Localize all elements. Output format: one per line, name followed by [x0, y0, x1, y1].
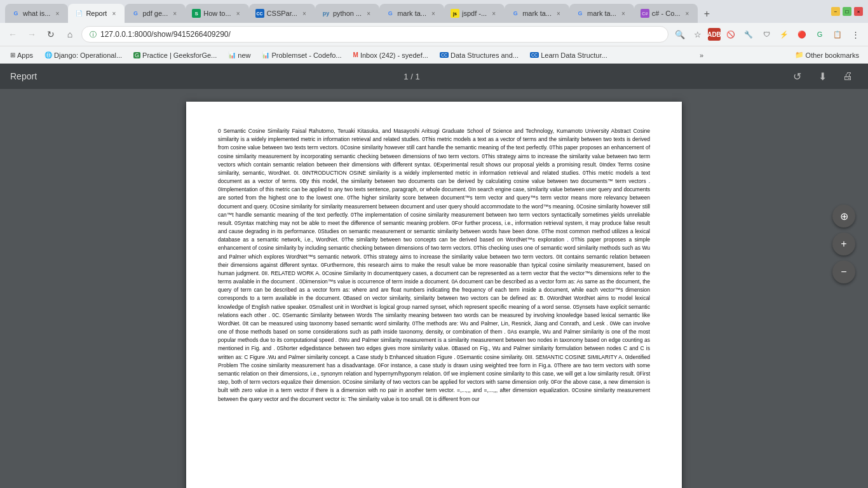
bookmark-new-label: new: [238, 51, 250, 59]
tab-1-title: what is...: [23, 10, 50, 17]
bookmark-star-icon[interactable]: ☆: [690, 27, 705, 42]
tab-1-favicon: G: [11, 9, 20, 18]
tab-1-close[interactable]: ×: [53, 9, 62, 18]
browser-titlebar: G what is... × 📄 Report × G pdf ge... × …: [0, 0, 868, 23]
ext-icon-7[interactable]: 📋: [830, 27, 845, 42]
tab-8-close[interactable]: ×: [489, 9, 498, 18]
tab-2[interactable]: 📄 Report ×: [68, 4, 125, 23]
tab-9-title: mark ta...: [522, 10, 552, 17]
tab-5[interactable]: CC CSSPar... ×: [249, 4, 315, 23]
tab-6-close[interactable]: ×: [364, 9, 373, 18]
bookmark-django[interactable]: 🌐 Django: Operational...: [39, 50, 127, 61]
tab-4-title: How to...: [203, 10, 231, 17]
maximize-button[interactable]: □: [843, 7, 851, 16]
bookmark-apps[interactable]: ⊞ Apps: [5, 50, 38, 61]
back-button[interactable]: ←: [5, 27, 20, 42]
tab-6-favicon: py: [322, 9, 330, 18]
pdf-refresh-button[interactable]: ↺: [787, 66, 807, 86]
tab-3-favicon: G: [131, 9, 140, 18]
bookmark-geeks[interactable]: G Practice | GeeksforGe...: [128, 50, 222, 61]
refresh-button[interactable]: ↻: [43, 27, 58, 42]
tab-7-title: mark ta...: [397, 10, 426, 17]
menu-button[interactable]: ⋮: [848, 27, 863, 42]
bookmark-gmail-label: Inbox (242) - syedef...: [360, 51, 428, 59]
ext-icon-2[interactable]: 🔧: [741, 27, 756, 42]
forward-button[interactable]: →: [24, 27, 39, 42]
tab-11[interactable]: C# c# - Co... ×: [634, 4, 698, 23]
ext-icon-4[interactable]: ⚡: [776, 27, 792, 42]
pdf-content-area[interactable]: 0 Semantic Cosine Similarity Faisal Rahu…: [0, 89, 868, 488]
tab-10[interactable]: G mark ta... ×: [569, 4, 634, 23]
tab-11-close[interactable]: ×: [682, 9, 691, 18]
apps-icon: ⊞: [10, 51, 15, 58]
other-bookmarks[interactable]: 📁 Other bookmarks: [791, 49, 863, 61]
bookmark-codeforces[interactable]: 📊 Problemset - Codefo...: [257, 50, 346, 61]
address-bar: ← → ↻ ⌂ ⓘ 127.0.0.1:8000/show/9415266409…: [0, 23, 868, 46]
tab-1[interactable]: G what is... ×: [5, 4, 68, 23]
tab-4-favicon: S: [192, 9, 201, 18]
tab-3[interactable]: G pdf ge... ×: [125, 4, 186, 23]
tab-6-title: python ...: [333, 10, 362, 17]
new-tab-button[interactable]: +: [698, 5, 715, 23]
tab-7-favicon: G: [386, 9, 395, 18]
url-secure-icon: ⓘ: [90, 30, 97, 39]
pdf-zoom-in-button[interactable]: +: [832, 233, 855, 255]
pdf-zoom-out-button[interactable]: −: [832, 261, 855, 283]
search-icon[interactable]: 🔍: [672, 27, 688, 42]
pdf-text: 0 Semantic Cosine Similarity Faisal Rahu…: [218, 127, 650, 403]
tab-4[interactable]: S How to... ×: [186, 4, 248, 23]
ext-icon-6[interactable]: G: [812, 27, 827, 42]
bookmark-learn-ds[interactable]: CC Learn Data Structur...: [525, 50, 613, 61]
close-button[interactable]: ×: [854, 7, 863, 16]
ext-icon-3[interactable]: 🛡: [759, 27, 774, 42]
pdf-download-button[interactable]: ⬇: [812, 66, 832, 86]
tab-5-favicon: CC: [255, 9, 264, 18]
other-bookmarks-label: Other bookmarks: [806, 51, 859, 59]
pdf-crosshair-button[interactable]: ⊕: [832, 205, 855, 227]
bookmarks-bar: ⊞ Apps 🌐 Django: Operational... G Practi…: [0, 46, 868, 64]
url-text: 127.0.0.1:8000/show/9415266409290/: [100, 30, 231, 39]
bookmark-django-label: Django: Operational...: [54, 51, 122, 59]
tab-4-close[interactable]: ×: [234, 9, 243, 18]
tab-5-close[interactable]: ×: [300, 9, 309, 18]
folder-icon: 📁: [795, 51, 804, 59]
tab-10-title: mark ta...: [587, 10, 616, 17]
minimize-button[interactable]: −: [831, 7, 840, 16]
tab-8[interactable]: js jspdf -... ×: [444, 4, 505, 23]
tab-2-close[interactable]: ×: [109, 9, 118, 18]
bookmark-geeks-label: Practice | GeeksforGe...: [142, 51, 217, 59]
new-icon: 📊: [228, 51, 236, 58]
adblock-icon[interactable]: ADB: [708, 28, 721, 41]
bookmark-apps-label: Apps: [17, 51, 33, 59]
tab-9-favicon: G: [511, 9, 520, 18]
ds-icon: CC: [440, 52, 449, 58]
bookmark-new[interactable]: 📊 new: [223, 50, 255, 61]
learn-ds-icon: CC: [530, 52, 539, 58]
tabs-area: G what is... × 📄 Report × G pdf ge... × …: [5, 0, 824, 23]
home-button[interactable]: ⌂: [62, 27, 78, 42]
pdf-print-button[interactable]: 🖨: [837, 66, 858, 86]
tab-11-title: c# - Co...: [652, 10, 681, 17]
tab-10-close[interactable]: ×: [619, 9, 628, 18]
window-controls: − □ ×: [831, 7, 863, 16]
bookmark-gmail[interactable]: M Inbox (242) - syedef...: [348, 50, 433, 61]
tab-3-close[interactable]: ×: [170, 9, 179, 18]
ext-icon-5[interactable]: 🔴: [794, 27, 810, 42]
tab-6[interactable]: py python ... ×: [315, 4, 379, 23]
tab-8-favicon: js: [451, 9, 459, 18]
pdf-page: 0 Semantic Cosine Similarity Faisal Rahu…: [186, 102, 682, 488]
tab-3-title: pdf ge...: [142, 10, 168, 17]
bookmark-ds[interactable]: CC Data Structures and...: [435, 50, 524, 61]
bookmark-ds-label: Data Structures and...: [451, 51, 519, 59]
tab-2-title: Report: [86, 10, 107, 17]
bookmarks-more-button[interactable]: »: [695, 50, 709, 61]
ext-icon-1[interactable]: 🚫: [723, 27, 738, 42]
tab-7-close[interactable]: ×: [429, 9, 438, 18]
tab-2-favicon: 📄: [74, 9, 83, 18]
tab-7[interactable]: G mark ta... ×: [379, 4, 444, 23]
tab-8-title: jspdf -...: [462, 10, 487, 17]
tab-9[interactable]: G mark ta... ×: [505, 4, 569, 23]
gmail-icon: M: [353, 51, 358, 58]
tab-9-close[interactable]: ×: [554, 9, 563, 18]
url-bar[interactable]: ⓘ 127.0.0.1:8000/show/9415266409290/: [81, 26, 668, 43]
